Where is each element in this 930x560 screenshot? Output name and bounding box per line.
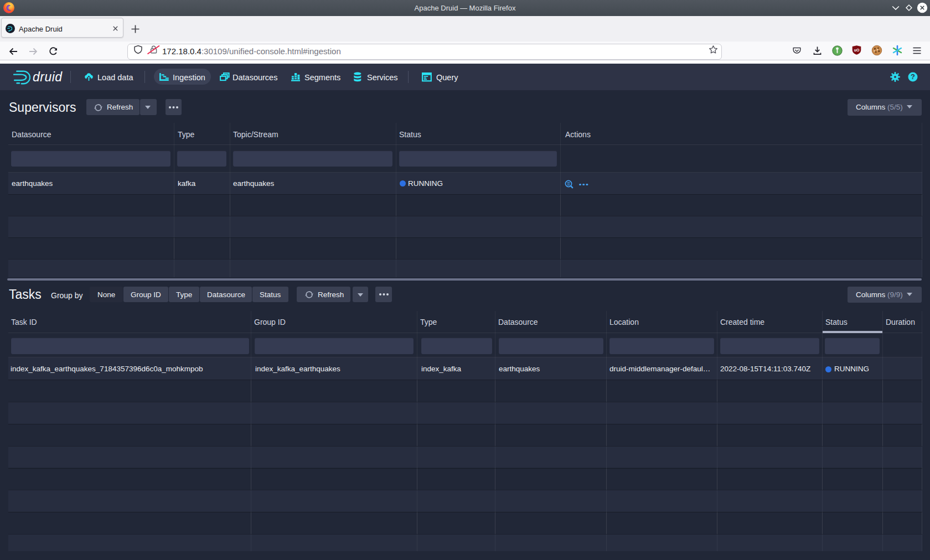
svg-text:?: ? <box>911 72 915 81</box>
svg-text:uO: uO <box>854 48 860 52</box>
